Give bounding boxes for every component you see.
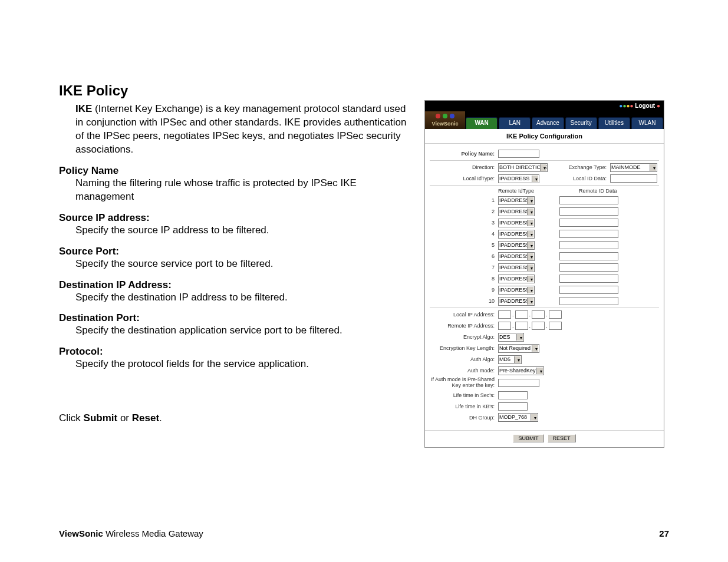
remote-row-index: 10 bbox=[430, 298, 498, 304]
remote-iddata-input[interactable] bbox=[559, 230, 618, 238]
auth-algo-select[interactable]: MD5 bbox=[498, 355, 522, 364]
remote-iddata-input[interactable] bbox=[559, 207, 618, 216]
remote-idtype-select[interactable]: IPADDRESS bbox=[498, 263, 535, 272]
tab-bar: WAN LAN Advance Security Utilities WLAN bbox=[465, 117, 664, 129]
brand-logo: ViewSonic bbox=[425, 111, 465, 129]
remote-idtype-select[interactable]: IPADDRESS bbox=[498, 230, 535, 239]
config-screenshot: ●●●● Logout ● ViewSonic WAN LAN Advance … bbox=[424, 100, 664, 448]
exchange-type-label: Exchange Type: bbox=[564, 164, 610, 170]
remote-idtype-header: Remote IdType bbox=[498, 188, 534, 194]
remote-idtype-select[interactable]: IPADDRESS bbox=[498, 196, 535, 205]
local-iddata-input[interactable] bbox=[610, 174, 657, 183]
footer-text: ViewSonic Wireless Media Gateway bbox=[59, 528, 203, 538]
remote-row-index: 6 bbox=[430, 253, 498, 259]
remote-iddata-input[interactable] bbox=[559, 286, 618, 294]
tab-wan[interactable]: WAN bbox=[466, 117, 498, 129]
tab-utilities[interactable]: Utilities bbox=[598, 117, 630, 129]
remote-iddata-input[interactable] bbox=[559, 219, 618, 227]
section-body: Specify the destination application serv… bbox=[75, 324, 407, 338]
remote-idtype-select[interactable]: IPADDRESS bbox=[498, 219, 535, 227]
section-body: Specify the protocol fields for the serv… bbox=[75, 358, 407, 371]
remote-iddata-input[interactable] bbox=[559, 196, 618, 204]
section-body: Specify the source service port to be fi… bbox=[75, 257, 407, 271]
auth-algo-label: Auth Algo: bbox=[430, 356, 498, 362]
header-bar: ●●●● Logout ● bbox=[425, 101, 664, 111]
page-heading: IKE Policy bbox=[59, 82, 407, 99]
intro-text: IKE (Internet Key Exchange) is a key man… bbox=[75, 103, 407, 157]
remote-row-index: 8 bbox=[430, 276, 498, 282]
remote-idtype-select[interactable]: IPADDRESS bbox=[498, 207, 535, 216]
remote-iddata-header: Remote ID Data bbox=[579, 188, 617, 194]
remote-row-index: 2 bbox=[430, 209, 498, 214]
remote-row-index: 4 bbox=[430, 231, 498, 237]
encrypt-algo-select[interactable]: DES bbox=[498, 333, 524, 342]
local-idtype-label: Local IdType: bbox=[430, 176, 498, 181]
logout-link[interactable]: Logout bbox=[635, 103, 655, 109]
remote-idtype-select[interactable]: IPADDRESS bbox=[498, 275, 535, 283]
remote-iddata-input[interactable] bbox=[559, 252, 618, 260]
remote-iddata-input[interactable] bbox=[559, 297, 618, 305]
exchange-type-select[interactable]: MAINMODE bbox=[610, 163, 657, 172]
remote-ip-label: Remote IP Address: bbox=[430, 323, 498, 329]
section-title: Destination IP Address: bbox=[59, 279, 407, 291]
auth-mode-label: Auth mode: bbox=[430, 368, 498, 373]
page-number: 27 bbox=[659, 528, 669, 538]
psk-label: If Auth mode is Pre-Shared Key enter the… bbox=[430, 377, 498, 389]
psk-input[interactable] bbox=[498, 379, 539, 387]
section-body: Specify the source IP address to be filt… bbox=[75, 224, 407, 237]
policy-name-label: Policy Name: bbox=[430, 151, 498, 157]
tab-security[interactable]: Security bbox=[565, 117, 597, 129]
section-body: Naming the filtering rule whose traffic … bbox=[75, 177, 407, 204]
life-kbs-label: Life time in KB's: bbox=[430, 404, 498, 409]
section-title: Policy Name bbox=[59, 165, 407, 177]
tab-advance[interactable]: Advance bbox=[532, 117, 564, 129]
remote-idtype-select[interactable]: IPADDRESS bbox=[498, 286, 535, 295]
remote-row-index: 3 bbox=[430, 220, 498, 226]
life-secs-input[interactable] bbox=[498, 391, 528, 399]
auth-mode-select[interactable]: Pre-SharedKey bbox=[498, 366, 544, 375]
section-title: Protocol: bbox=[59, 346, 407, 358]
life-kbs-input[interactable] bbox=[498, 402, 528, 411]
section-title: Source Port: bbox=[59, 246, 407, 257]
direction-label: Direction: bbox=[430, 164, 498, 170]
policy-name-input[interactable] bbox=[498, 150, 539, 158]
direction-select[interactable]: BOTH DIRECTIONS bbox=[498, 163, 548, 172]
local-iddata-label: Local ID Data: bbox=[564, 176, 610, 181]
remote-row-index: 5 bbox=[430, 242, 498, 248]
remote-row-index: 7 bbox=[430, 265, 498, 270]
submit-button[interactable]: SUBMIT bbox=[513, 434, 543, 442]
local-idtype-select[interactable]: IPADDRESS bbox=[498, 174, 539, 183]
remote-iddata-input[interactable] bbox=[559, 241, 618, 249]
remote-row-index: 1 bbox=[430, 197, 498, 203]
enc-key-len-label: Encryption Key Length: bbox=[430, 345, 498, 351]
tab-lan[interactable]: LAN bbox=[499, 117, 531, 129]
section-title: Source IP address: bbox=[59, 212, 407, 224]
section-title: Destination Port: bbox=[59, 312, 407, 324]
remote-row-index: 9 bbox=[430, 287, 498, 293]
reset-button[interactable]: RESET bbox=[548, 434, 576, 442]
section-body: Specify the destination IP address to be… bbox=[75, 291, 407, 305]
life-secs-label: Life time in Sec's: bbox=[430, 392, 498, 398]
tab-wlan[interactable]: WLAN bbox=[631, 117, 663, 129]
local-ip-label: Local IP Address: bbox=[430, 312, 498, 318]
click-instruction: Click Submit or Reset. bbox=[59, 412, 407, 424]
remote-idtype-select[interactable]: IPADDRESS bbox=[498, 241, 535, 250]
encrypt-algo-label: Encrypt Algo: bbox=[430, 334, 498, 340]
remote-idtype-select[interactable]: IPADDRESS bbox=[498, 297, 535, 306]
local-ip-input[interactable]: ... bbox=[498, 310, 562, 319]
dh-group-label: DH Group: bbox=[430, 415, 498, 421]
enc-key-len-select[interactable]: Not Required bbox=[498, 344, 539, 353]
remote-idtype-select[interactable]: IPADDRESS bbox=[498, 252, 535, 261]
dh-group-select[interactable]: MODP_768 bbox=[498, 413, 538, 422]
remote-iddata-input[interactable] bbox=[559, 275, 618, 283]
remote-iddata-input[interactable] bbox=[559, 263, 618, 272]
remote-ip-input[interactable]: ... bbox=[498, 322, 562, 330]
panel-title: IKE Policy Configuration bbox=[425, 129, 664, 144]
